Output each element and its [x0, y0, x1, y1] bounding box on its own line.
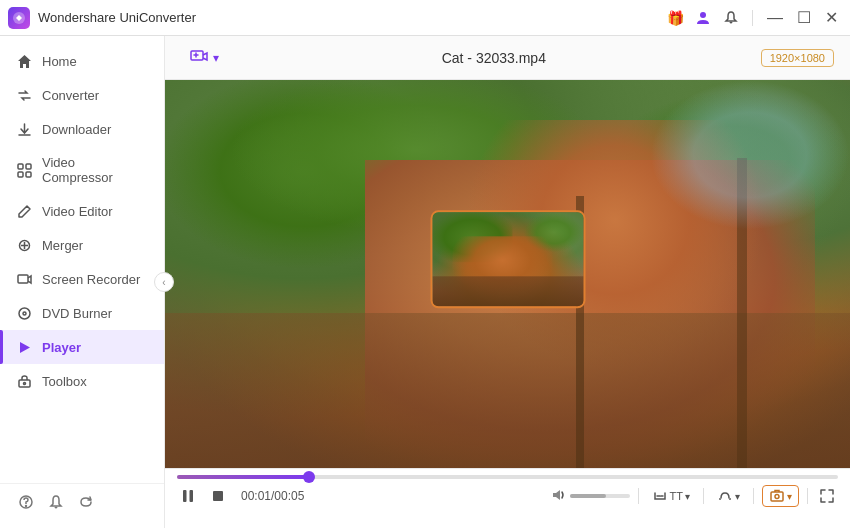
- sidebar-item-screen-recorder[interactable]: Screen Recorder: [0, 262, 164, 296]
- divider-2: [703, 488, 704, 504]
- notification-icon[interactable]: [720, 7, 742, 29]
- svg-rect-2: [18, 164, 23, 169]
- player-header: ▾ Cat - 32033.mp4 1920×1080: [165, 36, 850, 80]
- merger-icon: [16, 237, 32, 253]
- sidebar-item-merger[interactable]: Merger: [0, 228, 164, 262]
- recorder-icon: [16, 271, 32, 287]
- controls-right: TT ▾ ▾: [550, 485, 838, 507]
- gift-icon[interactable]: 🎁: [664, 7, 686, 29]
- divider-3: [753, 488, 754, 504]
- svg-marker-10: [20, 342, 30, 353]
- file-title: Cat - 32033.mp4: [239, 50, 749, 66]
- svg-rect-5: [26, 172, 31, 177]
- sidebar-item-player-label: Player: [42, 340, 81, 355]
- close-button[interactable]: ✕: [821, 8, 842, 27]
- svg-rect-11: [19, 380, 30, 387]
- app-logo: [8, 7, 30, 29]
- subtitle-button[interactable]: TT ▾: [647, 485, 695, 507]
- volume-icon[interactable]: [550, 487, 566, 506]
- volume-slider[interactable]: [570, 494, 630, 498]
- sidebar-item-downloader-label: Downloader: [42, 122, 111, 137]
- svg-point-9: [23, 312, 26, 315]
- audio-dropdown: ▾: [735, 491, 740, 502]
- sidebar: Home Converter Downloader: [0, 36, 165, 528]
- player-icon: [16, 339, 32, 355]
- player-controls: 00:01/00:05: [165, 468, 850, 528]
- progress-fill: [177, 475, 309, 479]
- video-container[interactable]: [165, 80, 850, 468]
- sidebar-item-downloader[interactable]: Downloader: [0, 112, 164, 146]
- svg-rect-16: [183, 490, 187, 502]
- thumbnail-preview: [430, 210, 585, 308]
- pause-button[interactable]: [177, 485, 199, 507]
- sidebar-bottom: [0, 483, 164, 520]
- editor-icon: [16, 203, 32, 219]
- dvd-icon: [16, 305, 32, 321]
- audio-button[interactable]: ▾: [712, 485, 745, 507]
- main-layout: Home Converter Downloader: [0, 36, 850, 528]
- svg-rect-18: [213, 491, 223, 501]
- sidebar-item-compressor-label: Video Compressor: [42, 155, 148, 185]
- svg-rect-19: [771, 492, 783, 501]
- content-area: ▾ Cat - 32033.mp4 1920×1080: [165, 36, 850, 528]
- sidebar-collapse-button[interactable]: ‹: [154, 272, 174, 292]
- add-media-dropdown-icon: ▾: [213, 51, 219, 65]
- sidebar-item-dvd-label: DVD Burner: [42, 306, 112, 321]
- downloader-icon: [16, 121, 32, 137]
- svg-rect-4: [18, 172, 23, 177]
- screenshot-dropdown: ▾: [787, 491, 792, 502]
- svg-point-20: [775, 495, 779, 499]
- sidebar-item-home[interactable]: Home: [0, 44, 164, 78]
- user-icon[interactable]: [692, 7, 714, 29]
- progress-thumb[interactable]: [303, 471, 315, 483]
- converter-icon: [16, 87, 32, 103]
- minimize-button[interactable]: —: [763, 9, 787, 27]
- maximize-button[interactable]: ☐: [793, 8, 815, 27]
- title-bar-controls: 🎁 — ☐ ✕: [664, 7, 842, 29]
- compressor-icon: [16, 162, 32, 178]
- sidebar-item-converter[interactable]: Converter: [0, 78, 164, 112]
- resolution-badge: 1920×1080: [761, 49, 834, 67]
- sidebar-item-toolbox[interactable]: Toolbox: [0, 364, 164, 398]
- notifications-icon[interactable]: [46, 492, 66, 512]
- subtitle-dropdown: ▾: [685, 491, 690, 502]
- sidebar-item-player[interactable]: Player: [0, 330, 164, 364]
- progress-bar[interactable]: [177, 473, 838, 481]
- sky-patch: [650, 80, 850, 230]
- sidebar-item-dvd-burner[interactable]: DVD Burner: [0, 296, 164, 330]
- svg-point-8: [19, 308, 30, 319]
- screenshot-button[interactable]: ▾: [762, 485, 799, 507]
- time-display: 00:01/00:05: [241, 489, 304, 503]
- sidebar-item-video-compressor[interactable]: Video Compressor: [0, 146, 164, 194]
- thumbnail-cat-image: [432, 212, 583, 306]
- divider-4: [807, 488, 808, 504]
- stop-button[interactable]: [207, 485, 229, 507]
- sidebar-item-converter-label: Converter: [42, 88, 99, 103]
- svg-point-1: [700, 12, 706, 18]
- app-title: Wondershare UniConverter: [38, 10, 664, 25]
- home-icon: [16, 53, 32, 69]
- help-icon[interactable]: [16, 492, 36, 512]
- svg-point-12: [23, 382, 25, 384]
- volume-section: [550, 487, 630, 506]
- fullscreen-button[interactable]: [816, 485, 838, 507]
- sidebar-item-video-editor[interactable]: Video Editor: [0, 194, 164, 228]
- title-bar: Wondershare UniConverter 🎁 — ☐ ✕: [0, 0, 850, 36]
- svg-rect-3: [26, 164, 31, 169]
- sidebar-item-merger-label: Merger: [42, 238, 83, 253]
- svg-rect-17: [190, 490, 194, 502]
- controls-row: 00:01/00:05: [177, 485, 838, 507]
- progress-track: [177, 475, 838, 479]
- sidebar-item-recorder-label: Screen Recorder: [42, 272, 140, 287]
- sidebar-item-home-label: Home: [42, 54, 77, 69]
- subtitle-label: TT: [670, 490, 683, 502]
- divider-1: [638, 488, 639, 504]
- volume-fill: [570, 494, 606, 498]
- svg-rect-7: [18, 275, 28, 283]
- sidebar-item-toolbox-label: Toolbox: [42, 374, 87, 389]
- add-media-button[interactable]: ▾: [181, 44, 227, 72]
- svg-point-14: [26, 506, 27, 507]
- fence-bg: [165, 313, 850, 468]
- sidebar-item-editor-label: Video Editor: [42, 204, 113, 219]
- refresh-icon[interactable]: [76, 492, 96, 512]
